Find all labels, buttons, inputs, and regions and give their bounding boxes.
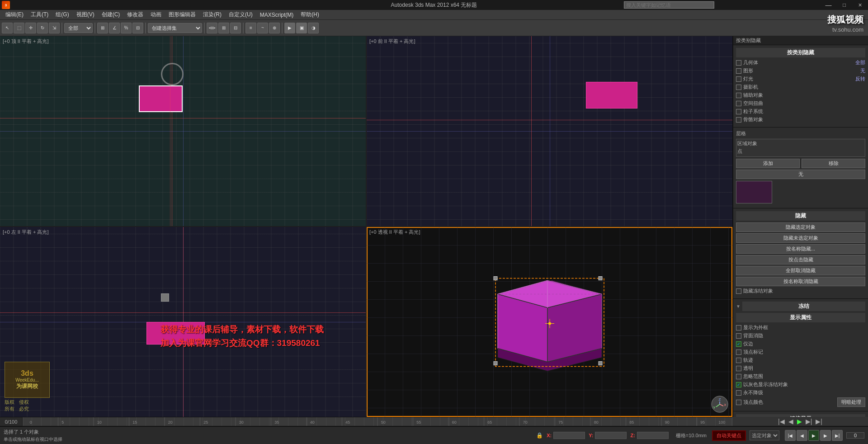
activeshade-btn[interactable]: ◑: [308, 23, 319, 33]
curve-editor-btn[interactable]: ~: [257, 23, 268, 33]
shape-checkbox[interactable]: [736, 68, 741, 74]
move-tool-btn[interactable]: ✛: [25, 23, 36, 33]
z-input[interactable]: [637, 432, 669, 439]
viewport-left[interactable]: [+0 左 II 平着 + 高光] 3ds WeekEdu... 为课网校 版权…: [0, 227, 366, 417]
go-to-start-nav[interactable]: |◀: [785, 430, 796, 441]
go-end-btn[interactable]: ▶|: [815, 418, 823, 425]
hide-by-click-btn[interactable]: 按点击隐藏: [736, 255, 865, 265]
menu-maxscript[interactable]: MAXScript(M): [256, 11, 297, 19]
x-input[interactable]: [553, 432, 585, 439]
shade-btn[interactable]: 明暗处理: [837, 397, 865, 407]
edges-only-checkbox[interactable]: ✓: [736, 341, 741, 347]
vertex-color-checkbox[interactable]: [736, 400, 741, 405]
menu-help[interactable]: 帮助(H): [297, 10, 323, 19]
show-as-box-checkbox[interactable]: [736, 325, 741, 331]
spacewarp-checkbox[interactable]: [736, 101, 741, 106]
menu-group[interactable]: 组(G): [52, 10, 72, 19]
close-button[interactable]: ×: [852, 0, 868, 10]
menu-customize[interactable]: 自定义(U): [225, 10, 256, 19]
color-preview-box[interactable]: [736, 181, 772, 203]
menu-animation[interactable]: 动画: [147, 10, 165, 19]
helper-checkbox[interactable]: [736, 93, 741, 98]
go-to-end-nav[interactable]: ▶|: [832, 430, 843, 441]
svg-text:Z: Z: [719, 397, 721, 401]
svg-text:80: 80: [594, 420, 599, 425]
set-key-dropdown[interactable]: 选定对象: [750, 430, 779, 440]
render-setup-btn[interactable]: ▶: [284, 23, 295, 33]
menu-edit[interactable]: 编辑(E): [2, 10, 27, 19]
render-btn[interactable]: ▣: [296, 23, 307, 33]
array-btn[interactable]: ⊞: [218, 23, 229, 33]
mirror-btn[interactable]: ⊲⊳: [207, 23, 217, 33]
schematic-view-btn[interactable]: ⊕: [269, 23, 280, 33]
select-tool-btn[interactable]: ↖: [2, 23, 13, 33]
viewport-front[interactable]: [+0 前 II 平着 + 高光]: [367, 36, 732, 226]
prev-frame-nav[interactable]: ◀: [797, 430, 807, 441]
hide-selected-btn[interactable]: 隐藏选定对象: [736, 222, 865, 232]
menu-modifier[interactable]: 修改器: [123, 10, 147, 19]
selection-filter-dropdown[interactable]: 全部 几何体 图形 灯光: [64, 23, 93, 33]
hide-by-name-btn[interactable]: 按名称隐藏...: [736, 244, 865, 254]
backface-cull-checkbox[interactable]: [736, 333, 741, 339]
axis-indicator: Z X Y: [710, 394, 728, 412]
watermark-3ds: 3ds: [21, 369, 33, 378]
add-btn[interactable]: 添加: [736, 159, 800, 168]
box-top-view[interactable]: [139, 85, 183, 112]
unhide-by-name-btn[interactable]: 按名称取消隐藏: [736, 277, 865, 286]
hide-unselected-btn[interactable]: 隐藏未选定对象: [736, 233, 865, 243]
y-input[interactable]: [595, 432, 627, 439]
align-btn[interactable]: ⊟: [230, 23, 241, 33]
particle-checkbox[interactable]: [736, 109, 741, 114]
box-left-view[interactable]: [146, 322, 205, 345]
lock-x-icon[interactable]: 🔒: [536, 432, 543, 439]
hide-by-category-section: 按类别隐藏 几何体 全部 图形 无 灯光 反转 摄影机 辅助对象 空间扭曲: [733, 45, 868, 128]
svg-text:65: 65: [487, 420, 492, 425]
show-frozen-gray-checkbox[interactable]: ✓: [736, 382, 741, 387]
minimize-button[interactable]: —: [821, 0, 836, 10]
next-frame-btn[interactable]: ▶|: [805, 418, 813, 425]
auto-key-btn[interactable]: 自动关键点: [712, 430, 746, 441]
ignore-extents-checkbox[interactable]: [736, 374, 741, 379]
rotate-tool-btn[interactable]: ↻: [37, 23, 48, 33]
geometry-checkbox[interactable]: [736, 60, 741, 66]
timeline[interactable]: 0/100 0 5 10 15 20 25 30 35 40 45 50: [0, 417, 732, 426]
trajectory-checkbox[interactable]: [736, 358, 741, 363]
viewport-top[interactable]: [+0 顶 II 平着 + 高光]: [0, 36, 366, 226]
axis-v-top: [183, 36, 184, 226]
menu-graph-editor[interactable]: 图形编辑器: [165, 10, 199, 19]
box-front-view[interactable]: [586, 82, 637, 109]
menu-tools[interactable]: 工具(T): [27, 10, 52, 19]
viewport-perspective[interactable]: Z X Y [+0 透视 II 平着 + 高光]: [367, 227, 732, 417]
light-checkbox[interactable]: [736, 76, 741, 82]
menu-create[interactable]: 创建(C): [98, 10, 124, 19]
remove-btn[interactable]: 移除: [802, 159, 865, 168]
scale-tool-btn[interactable]: ⇲: [49, 23, 60, 33]
menu-view[interactable]: 视图(V): [73, 10, 98, 19]
search-input[interactable]: [624, 1, 714, 9]
maximize-button[interactable]: □: [836, 0, 852, 10]
go-start-btn[interactable]: |◀: [777, 418, 786, 425]
bone-checkbox[interactable]: [736, 117, 741, 123]
none-btn[interactable]: 无: [736, 170, 865, 179]
hide-frozen-checkbox[interactable]: [736, 288, 741, 294]
angle-snap-btn[interactable]: ∠: [109, 23, 120, 33]
snap-toggle-btn[interactable]: ⊞: [97, 23, 108, 33]
timeline-track[interactable]: 0 5 10 15 20 25 30 35 40 45 50 55 60: [23, 417, 732, 426]
menu-render[interactable]: 渲染(R): [199, 10, 225, 19]
transparent-checkbox[interactable]: [736, 366, 741, 371]
next-frame-nav[interactable]: ▶: [820, 430, 831, 441]
unhide-all-btn[interactable]: 全部取消隐藏: [736, 266, 865, 275]
select-region-btn[interactable]: ⬚: [14, 23, 24, 33]
percent-snap-btn[interactable]: %: [121, 23, 132, 33]
prev-frame-btn[interactable]: ◀: [788, 418, 794, 425]
never-degrade-checkbox[interactable]: [736, 390, 741, 396]
named-selection-dropdown[interactable]: 创建选择集: [148, 23, 202, 33]
vertex-ticks-checkbox[interactable]: [736, 350, 741, 355]
layer-manager-btn[interactable]: ≡: [245, 23, 256, 33]
camera-checkbox[interactable]: [736, 85, 741, 90]
frame-input[interactable]: [846, 432, 864, 439]
play-btn[interactable]: ▶: [796, 418, 803, 425]
trajectory-label: 轨迹: [743, 357, 770, 364]
play-nav[interactable]: ▶: [808, 430, 819, 441]
spinner-snap-btn[interactable]: ⊟: [132, 23, 143, 33]
